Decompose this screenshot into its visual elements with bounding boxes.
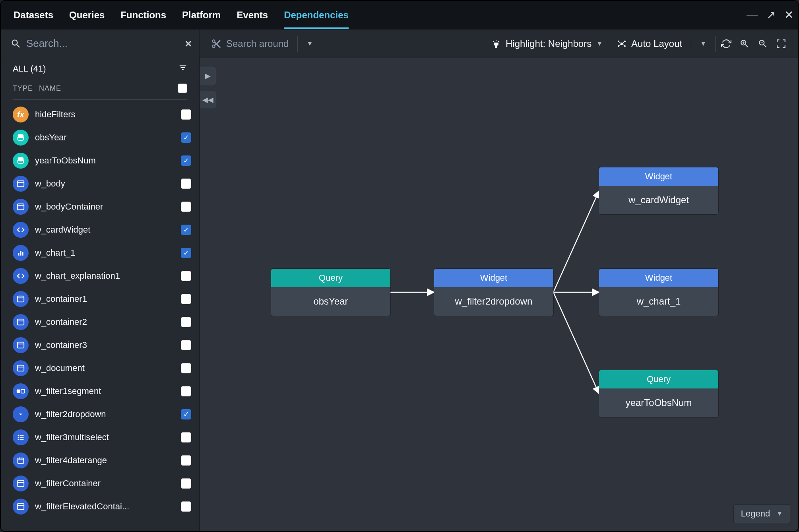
graph-node-w_cardWidget[interactable]: Widgetw_cardWidget bbox=[599, 167, 718, 214]
list-item-label: w_filter3multiselect bbox=[35, 432, 175, 443]
tab-dependencies[interactable]: Dependencies bbox=[284, 1, 349, 29]
list-item-checkbox[interactable] bbox=[181, 363, 191, 373]
refresh-icon bbox=[721, 39, 731, 49]
svg-rect-26 bbox=[20, 435, 24, 436]
list-item-checkbox[interactable] bbox=[181, 294, 191, 304]
list-item[interactable]: w_chart_explanation1 bbox=[13, 264, 191, 287]
auto-layout-label: Auto Layout bbox=[631, 38, 682, 49]
sidebar-list[interactable]: fxhideFiltersobsYear✓yearToObsNum✓w_body… bbox=[1, 103, 199, 531]
list-item-checkbox[interactable]: ✓ bbox=[181, 248, 191, 258]
tab-datasets[interactable]: Datasets bbox=[14, 1, 53, 29]
list-item-checkbox[interactable]: ✓ bbox=[181, 132, 191, 143]
svg-rect-14 bbox=[17, 296, 24, 302]
list-item[interactable]: fxhideFilters bbox=[13, 103, 191, 126]
svg-line-42 bbox=[553, 292, 599, 394]
list-item[interactable]: w_container2 bbox=[13, 311, 191, 334]
tab-platform[interactable]: Platform bbox=[182, 1, 221, 29]
list-item-label: w_filterContainer bbox=[35, 478, 175, 489]
divider bbox=[715, 36, 716, 52]
list-item-checkbox[interactable] bbox=[181, 271, 191, 281]
panel-icon bbox=[13, 499, 29, 515]
select-all-checkbox[interactable] bbox=[178, 83, 187, 93]
close-icon[interactable]: ✕ bbox=[784, 10, 793, 21]
node-type-label: Widget bbox=[599, 269, 718, 287]
zoom-out-button[interactable] bbox=[754, 35, 772, 53]
list-item[interactable]: w_filter3multiselect bbox=[13, 426, 191, 449]
list-item[interactable]: w_chart_1✓ bbox=[13, 241, 191, 264]
search-around-label: Search around bbox=[226, 38, 289, 49]
list-item[interactable]: w_container1 bbox=[13, 287, 191, 311]
list-item-checkbox[interactable]: ✓ bbox=[181, 225, 191, 235]
list-item[interactable]: obsYear✓ bbox=[13, 126, 191, 149]
list-item-checkbox[interactable] bbox=[181, 478, 191, 489]
zoom-in-button[interactable] bbox=[735, 35, 754, 53]
list-item-checkbox[interactable]: ✓ bbox=[181, 155, 191, 166]
list-item-checkbox[interactable] bbox=[181, 340, 191, 350]
panel-icon bbox=[13, 199, 29, 215]
list-item[interactable]: w_filter2dropdown✓ bbox=[13, 403, 191, 426]
db-icon bbox=[13, 130, 29, 146]
graph-node-yearToObsNum[interactable]: QueryyearToObsNum bbox=[599, 370, 718, 417]
expand-panel-button[interactable]: ▶ bbox=[200, 67, 216, 85]
graph-node-obsYear[interactable]: QueryobsYear bbox=[271, 269, 390, 316]
search-around-button[interactable]: Search around bbox=[204, 34, 296, 53]
graph-node-w_chart_1[interactable]: Widgetw_chart_1 bbox=[599, 269, 718, 316]
fit-button[interactable] bbox=[772, 35, 790, 53]
panel-icon bbox=[13, 314, 29, 330]
list-item-checkbox[interactable] bbox=[181, 179, 191, 189]
chevron-down-icon: ▼ bbox=[306, 40, 313, 47]
node-name-label: w_filter2dropdown bbox=[434, 287, 553, 316]
maximize-icon[interactable]: ↗ bbox=[766, 10, 776, 21]
list-item[interactable]: yearToObsNum✓ bbox=[13, 149, 191, 172]
panel-icon bbox=[13, 476, 29, 491]
auto-layout-dropdown[interactable]: ▼ bbox=[693, 34, 714, 53]
chevron-down-icon: ▼ bbox=[596, 40, 603, 47]
list-item[interactable]: w_cardWidget✓ bbox=[13, 218, 191, 241]
filter-icon[interactable] bbox=[178, 63, 187, 74]
clear-search-icon[interactable]: × bbox=[185, 37, 192, 50]
list-item-label: w_document bbox=[35, 363, 175, 373]
refresh-button[interactable] bbox=[717, 35, 735, 53]
list-item[interactable]: w_container3 bbox=[13, 334, 191, 357]
graph-node-w_filter2dropdown[interactable]: Widgetw_filter2dropdown bbox=[434, 269, 553, 316]
list-item-checkbox[interactable] bbox=[181, 109, 191, 120]
list-item-checkbox[interactable] bbox=[181, 202, 191, 212]
auto-layout-button[interactable]: Auto Layout bbox=[610, 34, 689, 53]
fx-icon: fx bbox=[13, 107, 29, 122]
collapse-panel-button[interactable]: ◀◀ bbox=[200, 91, 216, 109]
svg-rect-11 bbox=[18, 253, 19, 256]
list-item[interactable]: w_filter1segment bbox=[13, 380, 191, 403]
calendar-icon bbox=[13, 452, 29, 468]
list-item[interactable]: w_document bbox=[13, 357, 191, 380]
canvas[interactable]: ▶ ◀◀ Legend ▼ QueryobsYearWidgetw_filter… bbox=[200, 58, 798, 531]
highlight-button[interactable]: Highlight: Neighbors ▼ bbox=[484, 34, 610, 53]
list-item-checkbox[interactable]: ✓ bbox=[181, 409, 191, 419]
minimize-icon[interactable]: ― bbox=[747, 10, 758, 21]
list-item-label: w_filterElevatedContai... bbox=[35, 501, 175, 512]
list-item[interactable]: w_bodyContainer bbox=[13, 195, 191, 218]
list-item[interactable]: w_filter4daterange bbox=[13, 449, 191, 472]
list-item[interactable]: w_body bbox=[13, 172, 191, 195]
svg-point-29 bbox=[18, 439, 19, 440]
search-around-dropdown[interactable]: ▼ bbox=[299, 34, 320, 53]
list-item-checkbox[interactable] bbox=[181, 501, 191, 512]
list-item[interactable]: w_filterElevatedContai... bbox=[13, 495, 191, 518]
highlight-label: Highlight: Neighbors bbox=[506, 38, 591, 49]
tab-queries[interactable]: Queries bbox=[69, 1, 105, 29]
svg-rect-20 bbox=[17, 365, 24, 371]
list-item[interactable]: w_filterContainer bbox=[13, 472, 191, 495]
window-controls: ― ↗ ✕ bbox=[747, 10, 793, 21]
list-item-checkbox[interactable] bbox=[181, 386, 191, 396]
list-item-checkbox[interactable] bbox=[181, 455, 191, 466]
svg-rect-16 bbox=[17, 319, 24, 325]
legend-button[interactable]: Legend ▼ bbox=[733, 504, 790, 523]
search-input[interactable] bbox=[26, 37, 185, 50]
tab-functions[interactable]: Functions bbox=[120, 1, 166, 29]
col-type-label: TYPE bbox=[13, 84, 39, 93]
divider bbox=[297, 36, 298, 52]
list-item-label: obsYear bbox=[35, 132, 175, 143]
tab-events[interactable]: Events bbox=[237, 1, 268, 29]
list-item-checkbox[interactable] bbox=[181, 432, 191, 443]
svg-rect-23 bbox=[21, 389, 25, 393]
list-item-checkbox[interactable] bbox=[181, 317, 191, 327]
